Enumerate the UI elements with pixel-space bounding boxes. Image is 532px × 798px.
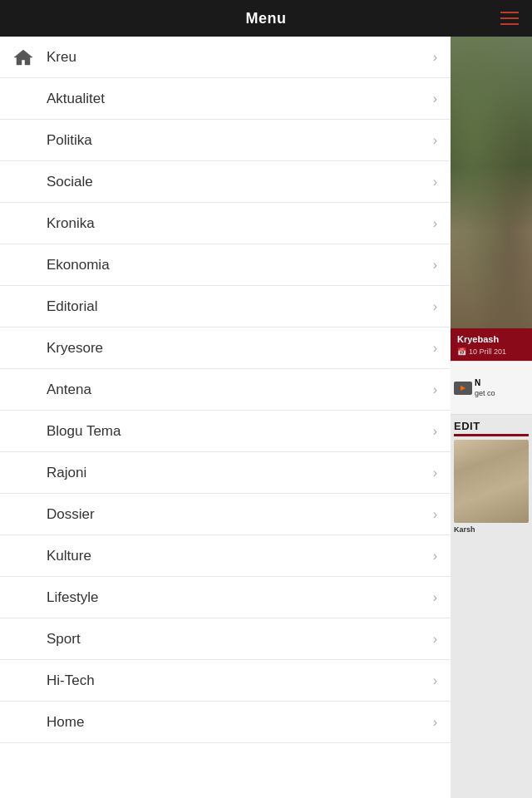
menu-item-ekonomia[interactable]: Ekonomia› [0,244,451,286]
menu-label-ekonomia: Ekonomia [47,257,426,273]
menu-item-kulture[interactable]: Kulture› [0,535,451,577]
hamburger-button[interactable] [500,12,519,25]
ad-subtext: get co [475,389,495,397]
menu-label-kronika: Kronika [47,215,426,232]
chevron-icon-sport: › [433,632,437,647]
edit-label: EDIT [454,420,529,432]
menu-label-sport: Sport [47,631,426,648]
chevron-icon-home: › [433,715,437,730]
caption-date: 📅 10 Prill 201 [457,347,525,356]
ad-area[interactable]: N get co [451,361,532,415]
person-label: Karsh [454,525,529,534]
chevron-icon-kreu: › [433,50,437,65]
menu-item-sociale[interactable]: Sociale› [0,161,451,203]
menu-item-lifestyle[interactable]: Lifestyle› [0,577,451,618]
home-icon [12,48,34,66]
menu-label-lifestyle: Lifestyle [47,589,426,606]
ad-brand: N [475,378,480,387]
app-header: Menu [0,0,532,37]
calendar-icon: 📅 [457,347,466,356]
menu-item-editorial[interactable]: Editorial› [0,286,451,328]
menu-label-kulture: Kulture [47,548,426,564]
chevron-icon-kryesore: › [433,341,437,356]
ad-play-button[interactable] [454,382,472,395]
chevron-icon-politika: › [433,133,437,148]
menu-item-sport[interactable]: Sport› [0,618,451,660]
menu-item-kreu[interactable]: Kreu› [0,37,451,78]
chevron-icon-aktualitet: › [433,91,437,106]
hamburger-line-1 [500,12,519,13]
person-image [454,440,529,523]
menu-label-hi-tech: Hi-Tech [47,672,426,689]
ad-text: N get co [475,377,495,398]
menu-item-antena[interactable]: Antena› [0,369,451,411]
menu-label-antena: Antena [47,382,426,398]
right-panel: Kryebash 📅 10 Prill 201 N get co EDIT Ka… [451,37,532,798]
chevron-icon-ekonomia: › [433,258,437,273]
menu-label-editorial: Editorial [47,298,426,315]
menu-item-blogu-tema[interactable]: Blogu Tema› [0,411,451,452]
chevron-icon-editorial: › [433,299,437,314]
menu-panel: Kreu›Aktualitet›Politika›Sociale›Kronika… [0,37,451,798]
menu-label-rajoni: Rajoni [47,465,426,481]
chevron-icon-sociale: › [433,175,437,190]
chevron-icon-kulture: › [433,549,437,564]
menu-item-kronika[interactable]: Kronika› [0,203,451,244]
top-image: Kryebash 📅 10 Prill 201 [451,37,532,361]
image-background [451,37,532,361]
chevron-icon-blogu-tema: › [433,424,437,439]
chevron-icon-rajoni: › [433,466,437,480]
chevron-icon-dossier: › [433,507,437,522]
chevron-icon-antena: › [433,382,437,397]
menu-item-kryesore[interactable]: Kryesore› [0,328,451,369]
chevron-icon-kronika: › [433,216,437,231]
menu-label-sociale: Sociale [47,174,426,190]
menu-label-kreu: Kreu [47,49,426,66]
header-title: Menu [246,10,287,27]
menu-item-aktualitet[interactable]: Aktualitet› [0,78,451,120]
date-text: 10 Prill 201 [469,347,506,356]
menu-item-dossier[interactable]: Dossier› [0,494,451,535]
menu-item-politika[interactable]: Politika› [0,120,451,161]
menu-icon-area-kreu [0,48,47,66]
menu-label-politika: Politika [47,132,426,149]
edit-underline [454,434,529,436]
menu-item-hi-tech[interactable]: Hi-Tech› [0,660,451,702]
caption-overlay: Kryebash 📅 10 Prill 201 [451,328,532,361]
chevron-icon-hi-tech: › [433,673,437,688]
menu-label-blogu-tema: Blogu Tema [47,423,426,440]
menu-label-dossier: Dossier [47,506,426,523]
menu-label-home: Home [47,714,426,731]
menu-item-rajoni[interactable]: Rajoni› [0,452,451,494]
caption-text: Kryebash [457,333,525,345]
menu-label-kryesore: Kryesore [47,340,426,357]
hamburger-line-3 [500,23,519,25]
main-layout: Kreu›Aktualitet›Politika›Sociale›Kronika… [0,37,532,798]
hamburger-line-2 [500,17,519,19]
menu-item-home[interactable]: Home› [0,702,451,743]
menu-label-aktualitet: Aktualitet [47,91,426,107]
chevron-icon-lifestyle: › [433,590,437,605]
edit-section: EDIT Karsh [451,415,532,537]
